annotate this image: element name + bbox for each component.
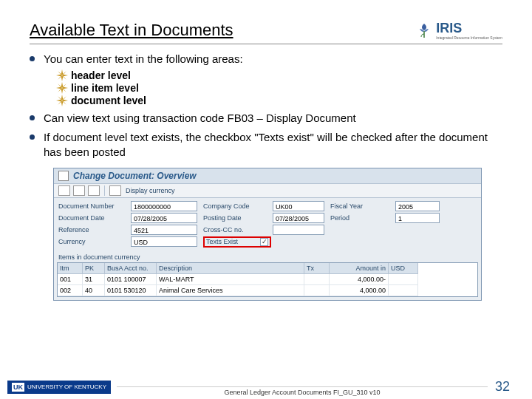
field-fy[interactable]: 2005 xyxy=(395,201,440,211)
label-curr: Currency xyxy=(58,238,125,245)
bullet-dot-icon xyxy=(30,134,35,140)
iris-flower-icon xyxy=(415,21,433,39)
th-tx: Tx xyxy=(304,263,330,274)
td: 4,000.00 xyxy=(330,285,389,296)
sub-item-label: document level xyxy=(71,95,146,106)
field-period[interactable]: 1 xyxy=(395,213,440,223)
logo-subtext: Integrated Resource Information System xyxy=(436,36,502,41)
iris-logo: IRIS Integrated Resource Information Sys… xyxy=(415,21,502,41)
table-header-row: Itm PK BusA Acct no. Description Tx Amou… xyxy=(58,263,477,274)
sub-item: line item level xyxy=(56,82,502,94)
toolbar-button[interactable] xyxy=(109,185,121,196)
label-company: Company Code xyxy=(203,202,267,210)
td xyxy=(304,285,330,296)
td: 001 xyxy=(58,274,83,285)
label-fy: Fiscal Year xyxy=(330,202,389,210)
td: WAL-MART xyxy=(157,274,304,285)
label-postdate: Posting Date xyxy=(203,214,267,222)
starburst-icon xyxy=(56,95,68,106)
th-pk: PK xyxy=(83,263,105,274)
field-docdate[interactable]: 07/28/2005 xyxy=(131,213,197,223)
label-texts-exist: Texts Exist xyxy=(206,238,238,245)
bullet-1-text: You can enter text in the following area… xyxy=(44,52,243,66)
field-postdate[interactable]: 07/28/2005 xyxy=(273,213,324,223)
field-company[interactable]: UK00 xyxy=(273,201,324,211)
sap-toolbar: Display currency xyxy=(54,184,481,198)
sub-item: header level xyxy=(56,69,502,81)
td: 4,000.00- xyxy=(330,274,389,285)
td: 31 xyxy=(83,274,105,285)
page-number: 32 xyxy=(495,379,510,395)
sub-item-label: header level xyxy=(71,69,131,81)
td: 002 xyxy=(58,285,83,296)
bullet-1: You can enter text in the following area… xyxy=(30,52,502,66)
uk-logo-icon: UK xyxy=(12,383,24,392)
label-ref: Reference xyxy=(58,226,125,233)
field-cross[interactable] xyxy=(273,225,324,235)
slide-footer: UK UNIVERSITY OF KENTUCKY General Ledger… xyxy=(0,375,532,399)
label-period: Period xyxy=(330,214,389,222)
bullet-2-text: Can view text using transaction code FB0… xyxy=(44,111,356,126)
texts-exist-highlight: Texts Exist ✓ xyxy=(203,236,271,248)
toolbar-button[interactable] xyxy=(88,185,100,196)
logo-text: IRIS xyxy=(436,21,502,36)
bullet-3-text: If document level text exists, the check… xyxy=(44,130,502,160)
field-curr[interactable]: USD xyxy=(131,236,197,247)
checkbox-texts-exist[interactable]: ✓ xyxy=(260,238,268,246)
sap-window-title: Change Document: Overview xyxy=(73,171,197,181)
bullet-2: Can view text using transaction code FB0… xyxy=(30,111,502,126)
sap-screenshot: Change Document: Overview Display curren… xyxy=(53,168,482,301)
td xyxy=(304,274,330,285)
toolbar-separator xyxy=(104,185,105,196)
uk-badge: UK UNIVERSITY OF KENTUCKY xyxy=(7,381,111,394)
label-cross: Cross-CC no. xyxy=(203,226,267,233)
th-amt: Amount in xyxy=(330,263,389,274)
field-docnum[interactable]: 1800000000 xyxy=(131,201,197,211)
td: 0101 530120 xyxy=(105,285,157,296)
sub-item-label: line item level xyxy=(71,82,139,94)
td: 0101 100007 xyxy=(105,274,157,285)
sap-form: Document Number 1800000000 Company Code … xyxy=(54,198,481,250)
sap-titlebar: Change Document: Overview xyxy=(54,168,481,184)
th-usd: USD xyxy=(389,263,418,274)
toolbar-button[interactable] xyxy=(73,185,85,196)
td: 40 xyxy=(83,285,105,296)
sub-item: document level xyxy=(56,95,502,106)
th-desc: Description xyxy=(157,263,304,274)
header-rule xyxy=(30,44,502,44)
toolbar-label: Display currency xyxy=(126,187,175,194)
th-itm: Itm xyxy=(58,263,83,274)
items-table: Itm PK BusA Acct no. Description Tx Amou… xyxy=(57,262,478,297)
table-row[interactable]: 001 31 0101 100007 WAL-MART 4,000.00- xyxy=(58,274,477,285)
starburst-icon xyxy=(56,82,68,94)
td: Animal Care Services xyxy=(157,285,304,296)
bullet-3: If document level text exists, the check… xyxy=(30,130,502,160)
uk-text: UNIVERSITY OF KENTUCKY xyxy=(27,383,106,390)
footer-text: General Ledger Account Documents FI_GU_3… xyxy=(221,389,383,396)
field-ref[interactable]: 4521 xyxy=(131,225,197,235)
items-section-label: Items in document currency xyxy=(54,250,481,262)
bullet-dot-icon xyxy=(30,115,35,120)
td xyxy=(389,274,418,285)
table-row[interactable]: 002 40 0101 530120 Animal Care Services … xyxy=(58,285,477,296)
toolbar-button[interactable] xyxy=(58,185,70,196)
td xyxy=(389,285,418,296)
th-acct: BusA Acct no. xyxy=(105,263,157,274)
slide-title: Available Text in Documents xyxy=(30,21,233,40)
label-docnum: Document Number xyxy=(58,202,125,210)
doc-icon xyxy=(58,171,69,181)
starburst-icon xyxy=(56,69,68,81)
label-docdate: Document Date xyxy=(58,214,125,222)
bullet-dot-icon xyxy=(30,56,35,61)
